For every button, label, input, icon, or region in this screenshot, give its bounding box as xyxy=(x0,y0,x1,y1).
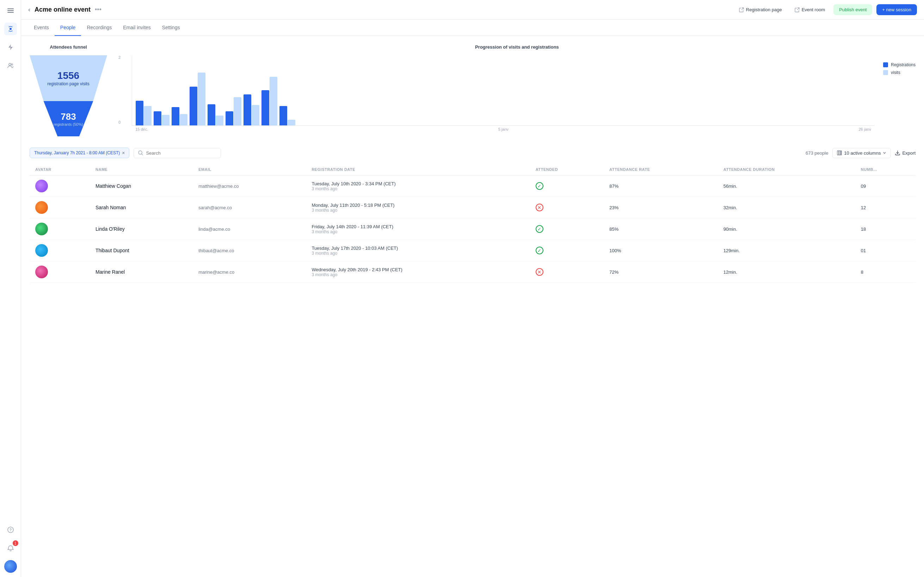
search-box[interactable] xyxy=(134,148,221,158)
bar-group-4 xyxy=(190,73,205,126)
col-attendance-duration: ATTENDANCE DURATION xyxy=(718,164,855,176)
tab-email-invites[interactable]: Email invites xyxy=(117,20,156,36)
bar-group-9 xyxy=(279,106,295,126)
sidebar-notifications-icon[interactable]: 1 xyxy=(4,542,17,554)
sidebar-lightning-icon[interactable] xyxy=(4,41,17,53)
avatar-cell xyxy=(30,261,90,283)
col-email: EMAIL xyxy=(193,164,306,176)
columns-label: 10 active columns xyxy=(844,150,880,156)
bar-group-2 xyxy=(154,111,169,126)
email-cell: thibaut@acme.co xyxy=(193,240,306,261)
attended-cell: ✓ xyxy=(530,218,604,240)
sidebar-people-icon[interactable] xyxy=(4,59,17,72)
table-row: Linda O'Rileylinda@acme.coFriday, July 1… xyxy=(30,218,916,240)
attended-check-icon: ✓ xyxy=(535,225,543,233)
registration-page-link[interactable]: Registration page xyxy=(735,5,786,15)
bar-visits-9 xyxy=(287,120,295,126)
more-options-button[interactable]: ••• xyxy=(95,6,102,13)
export-button[interactable]: Export xyxy=(895,150,916,156)
attended-cell: ✕ xyxy=(530,261,604,283)
attended-check-icon: ✓ xyxy=(535,247,543,254)
content-area: Attendees funnel 1556 registration page … xyxy=(21,36,924,577)
svg-rect-1 xyxy=(7,10,14,11)
event-room-link[interactable]: Event room xyxy=(790,5,829,15)
not-attended-x-icon: ✕ xyxy=(535,268,543,276)
bar-registrations-9 xyxy=(279,106,287,126)
email-cell: marine@acme.co xyxy=(193,261,306,283)
table-row: Thibaut Dupontthibaut@acme.coTuesday, Ju… xyxy=(30,240,916,261)
export-icon xyxy=(895,150,900,155)
col-attendance-rate: ATTENDANCE RATE xyxy=(604,164,718,176)
chart-x-label-2: 5 janv xyxy=(498,127,508,131)
filter-tag-remove[interactable]: × xyxy=(122,150,125,156)
data-table: AVATAR NAME EMAIL REGISTRATION DATE ATTE… xyxy=(30,164,916,283)
name-cell: Marine Ranel xyxy=(90,261,193,283)
columns-button[interactable]: 10 active columns xyxy=(832,148,891,158)
bar-group-3 xyxy=(172,107,187,126)
legend-visits-label: visits xyxy=(891,70,900,75)
date-cell: Tuesday, July 17th 2020 - 10:03 AM (CET)… xyxy=(306,240,530,261)
date-cell: Monday, July 11th 2020 - 5:18 PM (CET)3 … xyxy=(306,197,530,218)
number-cell: 18 xyxy=(855,218,916,240)
duration-cell: 129min. xyxy=(718,240,855,261)
publish-event-button[interactable]: Publish event xyxy=(834,4,872,15)
legend-registrations-color xyxy=(883,62,888,67)
funnel-top-number: 1556 xyxy=(58,70,79,81)
sidebar-broadcast-icon[interactable] xyxy=(4,23,17,35)
bar-group-8 xyxy=(261,77,277,126)
bar-group-1 xyxy=(135,101,152,126)
avatar-cell xyxy=(30,240,90,261)
tab-recordings[interactable]: Recordings xyxy=(81,20,117,36)
bar-registrations-6 xyxy=(226,111,233,126)
topbar: ‹ Acme online event ••• Registration pag… xyxy=(21,0,924,20)
duration-cell: 32min. xyxy=(718,197,855,218)
not-attended-x-icon: ✕ xyxy=(535,204,543,211)
date-filter-tag[interactable]: Thursday, January 7h 2021 - 8:00 AM (CES… xyxy=(30,148,129,158)
rate-cell: 72% xyxy=(604,261,718,283)
chart-legend: Registrations visits xyxy=(883,55,916,133)
columns-icon xyxy=(837,150,842,155)
sidebar-menu-icon[interactable] xyxy=(4,4,17,17)
export-label: Export xyxy=(902,150,916,156)
people-count: 673 people xyxy=(806,150,828,156)
tab-events[interactable]: Events xyxy=(28,20,55,36)
svg-rect-9 xyxy=(837,151,839,155)
rate-cell: 87% xyxy=(604,176,718,197)
funnel-section: Attendees funnel 1556 registration page … xyxy=(30,44,107,136)
chart-bars-container xyxy=(132,55,875,126)
registration-page-label: Registration page xyxy=(746,7,782,12)
bar-registrations-3 xyxy=(172,107,179,126)
bar-registrations-1 xyxy=(135,101,144,126)
new-session-button[interactable]: + new session xyxy=(876,4,917,15)
email-cell: sarah@acme.co xyxy=(193,197,306,218)
tab-settings[interactable]: Settings xyxy=(156,20,186,36)
col-attended: ATTENDED xyxy=(530,164,604,176)
rate-cell: 23% xyxy=(604,197,718,218)
sidebar-user-avatar[interactable] xyxy=(4,560,17,573)
bar-registrations-2 xyxy=(154,111,161,126)
search-icon xyxy=(138,150,143,155)
search-input[interactable] xyxy=(146,150,216,156)
date-cell: Wednesday, July 20th 2019 - 2:43 PM (CET… xyxy=(306,261,530,283)
col-name: NAME xyxy=(90,164,193,176)
back-button[interactable]: ‹ xyxy=(28,6,30,13)
chart-title: Progression of visits and registrations xyxy=(118,44,916,50)
sidebar-help-icon[interactable]: ? xyxy=(4,524,17,536)
sidebar: ? 1 xyxy=(0,0,21,577)
bar-visits-8 xyxy=(269,77,277,126)
bar-registrations-7 xyxy=(243,94,251,126)
event-room-label: Event room xyxy=(802,7,825,12)
chart-wrapper: 15 déc. 5 janv 26 janv xyxy=(132,55,875,133)
chart-x-labels: 15 déc. 5 janv 26 janv xyxy=(132,126,875,131)
external-link-icon xyxy=(739,7,744,12)
tab-people[interactable]: People xyxy=(55,20,81,36)
name-cell: Linda O'Riley xyxy=(90,218,193,240)
number-cell: 12 xyxy=(855,197,916,218)
attended-check-icon: ✓ xyxy=(535,182,543,190)
svg-point-5 xyxy=(11,64,13,65)
col-registration-date: REGISTRATION DATE xyxy=(306,164,530,176)
chart-y-min: 0 xyxy=(118,120,121,124)
bar-visits-7 xyxy=(252,105,260,126)
page-title: Acme online event xyxy=(34,6,90,13)
legend-visits: visits xyxy=(883,70,916,75)
